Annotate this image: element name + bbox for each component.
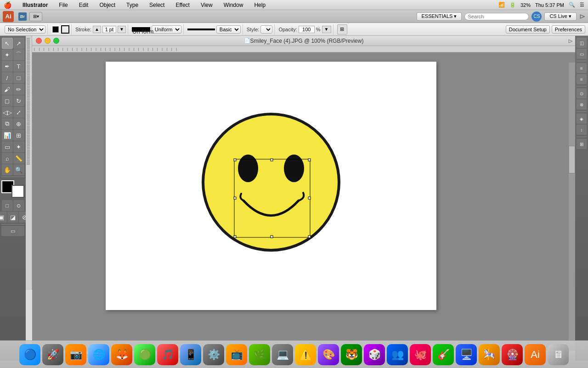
close-btn[interactable] <box>36 38 42 44</box>
paintbrush-tool-btn[interactable]: 🖌 <box>2 84 13 95</box>
shape-builder-btn[interactable]: ⊕ <box>13 118 24 129</box>
dock-settings[interactable]: ⚙️ <box>203 344 224 365</box>
r-panel-btn-5[interactable]: ⊙ <box>577 88 587 98</box>
dock-illustrator[interactable]: Ai <box>525 344 546 365</box>
r-panel-btn-9[interactable]: ⊞ <box>577 139 587 149</box>
transform-tool-btn[interactable]: ⧉ <box>2 118 13 129</box>
r-panel-btn-7[interactable]: ◈ <box>577 114 587 124</box>
search-input[interactable] <box>464 13 529 20</box>
style-dropdown[interactable] <box>260 25 272 34</box>
eraser-tool-btn[interactable]: ◻ <box>2 95 13 106</box>
opacity-dropdown-btn[interactable]: ▼ <box>322 26 331 33</box>
dock-launchpad[interactable]: 🚀 <box>42 344 63 365</box>
apple-menu[interactable]: 🍎 <box>4 1 11 9</box>
dock-app3[interactable]: 🐯 <box>341 344 362 365</box>
r-panel-btn-8[interactable]: ↕ <box>577 125 587 135</box>
selection-tool-btn[interactable]: ↖ <box>2 38 13 49</box>
selection-dropdown[interactable]: No Selection <box>5 25 45 34</box>
menu-object[interactable]: Object <box>97 2 117 8</box>
dock-desktop[interactable]: 🖥 <box>548 344 569 365</box>
stroke-down-btn[interactable]: ▼ <box>118 26 126 33</box>
stroke-up-btn[interactable]: ▲ <box>93 26 101 33</box>
graph-tool-btn[interactable]: 📊 <box>2 130 13 141</box>
dock-appstore[interactable]: 📱 <box>180 344 201 365</box>
menu-edit[interactable]: Edit <box>77 2 90 8</box>
stroke-swatch[interactable] <box>61 25 69 34</box>
rect-tool-btn[interactable]: □ <box>13 72 24 83</box>
mirror-tool-btn[interactable]: ◁▷ <box>2 107 13 118</box>
hand-tool-btn[interactable]: ✋ <box>2 164 13 175</box>
dock-spotify[interactable]: 🎸 <box>433 344 454 365</box>
zoom2-tool-btn[interactable]: 🔍 <box>13 164 24 175</box>
menu-window[interactable]: Window <box>222 2 245 8</box>
uniform-dropdown[interactable]: Uniform <box>152 25 181 34</box>
direct-selection-tool-btn[interactable]: ↗ <box>13 38 24 49</box>
fill-swatch[interactable] <box>51 25 60 34</box>
menu-type[interactable]: Type <box>124 2 140 8</box>
lasso-tool-btn[interactable]: ⌒ <box>13 49 24 60</box>
dock-iphoto[interactable]: 📷 <box>65 344 86 365</box>
resize-handle[interactable]: ⊳ <box>568 37 573 45</box>
screen-mode-btn[interactable]: ⊙ <box>13 200 24 211</box>
gradient-mode-btn[interactable]: ◪ <box>7 212 18 223</box>
cs-live-icon[interactable]: CS <box>531 12 542 22</box>
stroke-value-input[interactable] <box>102 26 116 33</box>
minimize-btn[interactable] <box>45 38 51 44</box>
pen-tool-btn[interactable]: ✒ <box>2 61 13 72</box>
dock-app2[interactable]: 🎨 <box>318 344 339 365</box>
menu-view[interactable]: View <box>199 2 215 8</box>
dock-app5[interactable]: 🐙 <box>410 344 431 365</box>
menu-file[interactable]: File <box>57 2 69 8</box>
artboard-tool-btn[interactable]: ▭ <box>2 141 13 152</box>
scale-tool-btn[interactable]: ⤢ <box>13 107 24 118</box>
eyedrop-tool-btn[interactable]: ✦ <box>13 141 24 152</box>
fill-mode-btn[interactable]: ▣ <box>0 212 7 223</box>
none-mode-btn[interactable]: ⊘ <box>19 212 26 223</box>
rotate-tool-btn[interactable]: ↻ <box>13 95 24 106</box>
pencil-tool-btn[interactable]: ✏ <box>13 84 24 95</box>
dock-firefox[interactable]: 🦊 <box>111 344 132 365</box>
cs-live-button[interactable]: CS Live ▾ <box>544 12 577 21</box>
basic-dropdown[interactable]: Basic <box>216 25 241 34</box>
view-options-btn[interactable]: ⊞▾ <box>29 12 42 21</box>
dock-safari[interactable]: 🌐 <box>88 344 109 365</box>
magic-wand-tool-btn[interactable]: ✦ <box>2 49 13 60</box>
r-panel-btn-4[interactable]: ≡ <box>577 74 587 84</box>
dock-chrome[interactable]: 🟢 <box>134 344 155 365</box>
menu-help[interactable]: Help <box>252 2 267 8</box>
dock-app4[interactable]: 🎲 <box>364 344 385 365</box>
canvas-scroll-area[interactable] <box>32 52 575 351</box>
measure-tool-btn[interactable]: 📏 <box>13 153 24 164</box>
menubar-list-icon[interactable]: ☰ <box>580 2 584 8</box>
dock-app1[interactable]: 📺 <box>226 344 247 365</box>
dock-app7[interactable]: 🎡 <box>502 344 523 365</box>
document-setup-btn[interactable]: Document Setup <box>506 25 550 34</box>
maximize-btn[interactable] <box>53 38 59 44</box>
scrollbar-vertical[interactable] <box>569 63 575 340</box>
r-panel-btn-2[interactable]: ▭ <box>577 49 587 59</box>
menu-select[interactable]: Select <box>147 2 166 8</box>
dock-family[interactable]: 👥 <box>387 344 408 365</box>
dock-finder[interactable]: 🔵 <box>19 344 40 365</box>
menu-illustrator[interactable]: Illustrator <box>21 2 50 8</box>
line-tool-btn[interactable]: / <box>2 72 13 83</box>
dock-app6[interactable]: 🎠 <box>479 344 500 365</box>
menu-effect[interactable]: Effect <box>174 2 191 8</box>
dock-alert[interactable]: ⚠️ <box>295 344 316 365</box>
type-tool-btn[interactable]: T <box>13 61 24 72</box>
r-panel-btn-6[interactable]: ⊗ <box>577 99 587 109</box>
opacity-input[interactable] <box>299 26 315 33</box>
data-tool-btn[interactable]: ⊞ <box>13 130 24 141</box>
menubar-search-icon[interactable]: 🔍 <box>569 2 575 8</box>
draw-mode-btn[interactable]: ▭ <box>1 226 24 236</box>
preferences-btn[interactable]: Preferences <box>552 25 585 34</box>
background-color[interactable] <box>11 185 24 198</box>
essentials-button[interactable]: ESSENTIALS ▾ <box>417 12 462 21</box>
normal-mode-btn[interactable]: □ <box>2 200 13 211</box>
r-panel-btn-1[interactable]: ◫ <box>577 38 587 48</box>
blending-mode-btn[interactable]: ⊞ <box>337 24 347 34</box>
dock-photoshop[interactable]: 🖥️ <box>456 344 477 365</box>
dock-itunes[interactable]: 🎵 <box>157 344 178 365</box>
r-panel-btn-3[interactable]: ≡ <box>577 63 587 73</box>
dock-terminal[interactable]: 💻 <box>272 344 293 365</box>
